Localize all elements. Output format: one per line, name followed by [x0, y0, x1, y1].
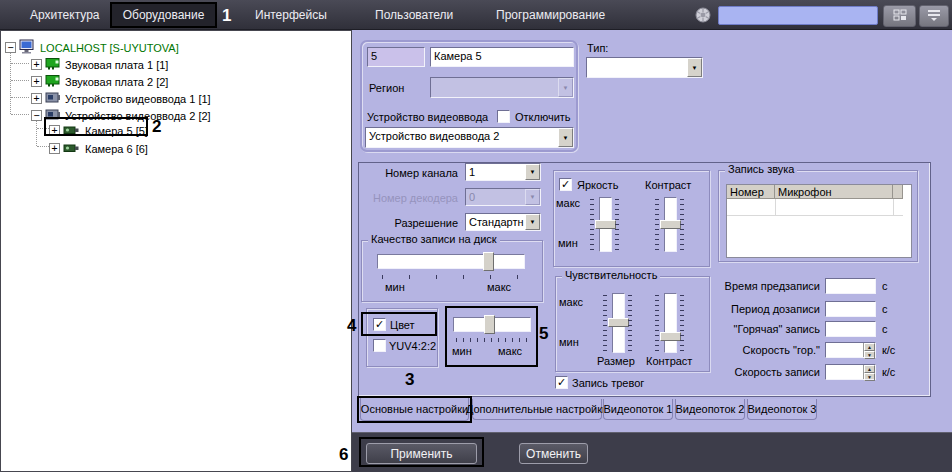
chevron-down-icon[interactable]: [558, 78, 573, 97]
expand-icon[interactable]: +: [31, 59, 42, 70]
camera-name-field[interactable]: Камера 5: [430, 47, 574, 67]
sound-record-group: Запись звука Номер Микрофон: [718, 170, 918, 262]
video-device-label: Устройство видеоввода: [367, 111, 488, 123]
tab-video-stream-3[interactable]: Видеопоток 3: [747, 399, 817, 420]
layout-button[interactable]: [883, 5, 916, 27]
annotation-2: 2: [152, 118, 161, 135]
spinner-up-icon[interactable]: ▲: [864, 365, 875, 373]
camera-id-field[interactable]: 5: [367, 47, 425, 67]
apply-button[interactable]: Применить: [366, 443, 477, 464]
channel-number-dropdown[interactable]: 1: [465, 163, 541, 181]
tree-connector: [11, 80, 29, 81]
tab-additional-settings[interactable]: Дополнительные настройки: [472, 399, 602, 420]
expand-icon[interactable]: +: [31, 93, 42, 104]
chevron-down-icon[interactable]: [525, 189, 540, 205]
collapse-icon[interactable]: −: [31, 110, 42, 121]
color-slider-thumb[interactable]: [484, 315, 495, 334]
video-device-dropdown[interactable]: Устройство видеоввода 2: [365, 127, 574, 148]
type-label: Тип:: [587, 42, 608, 54]
toolbar-tab-equipment[interactable]: Оборудование: [118, 0, 209, 30]
table-gridline: [727, 215, 903, 216]
sensitivity-contrast-label: Контраст: [646, 355, 692, 367]
tree-item-label: Устройство видеоввода 1 [1]: [65, 93, 211, 105]
chevron-down-icon[interactable]: [525, 164, 540, 180]
toolbar-tab-interfaces[interactable]: Интерфейсы: [255, 0, 327, 30]
tree-item-sound-board-2[interactable]: + Звуковая плата 2 [2]: [31, 73, 168, 90]
tree-item-sound-board-1[interactable]: + Звуковая плата 1 [1]: [31, 56, 168, 73]
tab-video-stream-1[interactable]: Видеопоток 1: [603, 399, 673, 420]
slider-ticks: [382, 275, 523, 279]
sensitivity-contrast-slider-track[interactable]: [664, 293, 677, 353]
disk-quality-slider-track[interactable]: [377, 254, 525, 269]
slider-ticks: [655, 199, 659, 251]
type-dropdown[interactable]: [586, 57, 703, 78]
slider-ticks: [680, 295, 684, 353]
grid-layout-icon: [893, 9, 907, 23]
disk-quality-slider-thumb[interactable]: [483, 252, 494, 271]
menu-button[interactable]: [919, 5, 949, 27]
tab-video-stream-2[interactable]: Видеопоток 2: [675, 399, 745, 420]
video-device-icon: [45, 91, 61, 106]
min-label: мин: [558, 237, 578, 249]
disable-checkbox[interactable]: [497, 110, 510, 123]
chevron-down-icon[interactable]: [558, 128, 573, 147]
record-speed-unit: к/с: [882, 366, 895, 378]
tree-connector: [11, 63, 29, 64]
toolbar-tab-users[interactable]: Пользователи: [375, 0, 453, 30]
sound-record-title: Запись звука: [725, 163, 797, 175]
yuv-checkbox[interactable]: [373, 339, 386, 352]
tree-connector: [37, 146, 49, 147]
contrast-slider-thumb[interactable]: [660, 220, 681, 229]
brightness-checkbox[interactable]: [559, 178, 572, 191]
tab-label: Видеопоток 1: [604, 403, 673, 415]
cancel-button[interactable]: Отменить: [519, 443, 588, 464]
gear-icon[interactable]: [695, 7, 711, 25]
min-label: мин: [559, 336, 579, 348]
toolbar-tab-programming[interactable]: Программирование: [496, 0, 605, 30]
disk-quality-title: Качество записи на диск: [368, 233, 500, 245]
color-min-label: мин: [452, 345, 472, 357]
toolbar-tab-architecture[interactable]: Архитектура: [30, 0, 100, 30]
hot-speed-spinner[interactable]: ▲▼: [863, 343, 875, 357]
sound-record-table: Номер Микрофон: [726, 184, 912, 258]
search-input[interactable]: [718, 6, 878, 25]
tree-item-localhost[interactable]: − LOCALHOST [S-UYUTOVA]: [5, 39, 179, 56]
hot-record-field[interactable]: [825, 321, 876, 337]
tree-connector: [11, 97, 29, 98]
resolution-dropdown[interactable]: Стандартн: [465, 213, 541, 231]
tree-item-camera-6[interactable]: + Камера 6 [6]: [49, 140, 148, 157]
tree-item-video-device-1[interactable]: + Устройство видеоввода 1 [1]: [31, 90, 211, 107]
postrecord-period-field[interactable]: [825, 301, 876, 317]
expand-icon[interactable]: +: [31, 76, 42, 87]
color-checkbox[interactable]: [373, 318, 386, 331]
contrast-label: Контраст: [645, 179, 691, 191]
spinner-up-icon[interactable]: ▲: [864, 343, 875, 351]
channel-number-value: 1: [469, 166, 475, 178]
resolution-label: Разрешение: [370, 217, 458, 229]
expand-icon[interactable]: +: [49, 125, 60, 136]
alarm-record-checkbox[interactable]: [555, 376, 568, 389]
slider-ticks: [615, 199, 619, 251]
slider-ticks: [628, 295, 632, 353]
record-speed-spinner[interactable]: ▲▼: [863, 365, 875, 379]
sensitivity-group: Чувствительность макс мин Размер Контрас…: [555, 276, 710, 372]
brightness-slider-thumb[interactable]: [595, 220, 616, 229]
sensitivity-contrast-slider-thumb[interactable]: [660, 332, 681, 341]
tree-item-camera-5[interactable]: + Камера 5 [5]: [49, 122, 148, 139]
region-dropdown[interactable]: [430, 77, 574, 98]
max-label: макс: [556, 197, 580, 209]
spinner-down-icon[interactable]: ▼: [864, 373, 875, 381]
annotation-1: 1: [222, 7, 231, 24]
annotation-4: 4: [347, 317, 356, 334]
prerecord-time-field[interactable]: [825, 278, 876, 294]
expand-icon[interactable]: +: [49, 143, 60, 154]
tab-basic-settings[interactable]: Основные настройки: [360, 398, 469, 421]
chevron-down-icon[interactable]: [525, 214, 540, 230]
tree-item-label: Устройство видеоввода 2 [2]: [65, 110, 211, 122]
collapse-icon[interactable]: −: [5, 42, 16, 53]
size-slider-thumb[interactable]: [608, 318, 629, 327]
chevron-down-icon[interactable]: [687, 58, 702, 77]
decoder-number-dropdown[interactable]: 0: [465, 188, 541, 206]
column-header-microphone: Микрофон: [775, 185, 893, 199]
spinner-down-icon[interactable]: ▼: [864, 351, 875, 359]
